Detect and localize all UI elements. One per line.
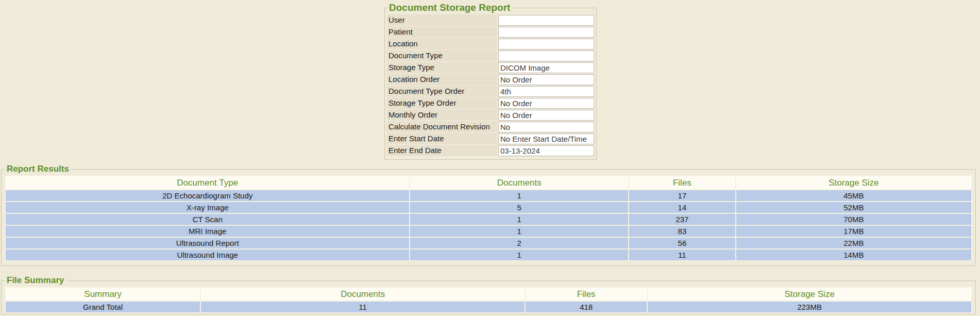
form-row: Storage Type DICOM Image: [387, 62, 594, 74]
form-row: Patient: [387, 26, 594, 38]
table-row-cell: 1: [410, 214, 628, 225]
report-results-table: Document Type Documents Files Storage Si…: [5, 175, 972, 261]
enter-end-date-field[interactable]: 03-13-2024: [498, 145, 594, 156]
enter-end-date-label: Enter End Date: [387, 145, 497, 157]
column-header-files: Files: [629, 176, 735, 189]
table-row-cell: 17: [629, 190, 735, 201]
grand-total-cell: 223MB: [648, 302, 971, 312]
column-header-storage-size: Storage Size: [648, 288, 971, 301]
column-header-storage-size: Storage Size: [736, 176, 971, 189]
monthly-order-label: Monthly Order: [387, 109, 497, 121]
column-header-document-type: Document Type: [6, 176, 409, 189]
grand-total-cell: 418: [526, 302, 647, 312]
table-row-cell: 17MB: [736, 226, 971, 237]
table-row-cell: 1: [410, 190, 628, 201]
user-label: User: [387, 14, 497, 26]
table-row-cell: 22MB: [736, 238, 971, 248]
calculate-document-revision-field[interactable]: No: [498, 122, 594, 132]
storage-type-field[interactable]: DICOM Image: [498, 62, 594, 73]
table-row-cell: X-ray Image: [6, 202, 409, 213]
user-field[interactable]: [498, 15, 594, 26]
table-row-cell: 1: [410, 250, 628, 260]
document-storage-report-panel: Document Storage Report User Patient Loc…: [384, 2, 597, 160]
file-summary-title: File Summary: [6, 275, 66, 286]
table-row-cell: MRI Image: [6, 226, 409, 237]
report-results-panel: Report Results Document Type Documents F…: [1, 164, 976, 266]
table-row-cell: 14: [629, 202, 735, 213]
form-row: Enter Start Date No Enter Start Date/Tim…: [387, 133, 594, 145]
form-row: Storage Type Order No Order: [387, 97, 594, 109]
form-row: Enter End Date 03-13-2024: [387, 145, 594, 157]
document-type-order-label: Document Type Order: [387, 86, 497, 97]
storage-type-order-label: Storage Type Order: [387, 97, 497, 109]
table-row-cell: 52MB: [736, 202, 971, 213]
column-header-files: Files: [526, 288, 647, 301]
document-type-label: Document Type: [387, 50, 497, 62]
table-row-cell: 83: [629, 226, 735, 237]
patient-label: Patient: [387, 26, 497, 38]
enter-start-date-field[interactable]: No Enter Start Date/Time: [498, 134, 594, 144]
table-row-cell: 56: [629, 238, 735, 248]
form-row: Calculate Document Revision No: [387, 121, 594, 133]
table-row-cell: 45MB: [736, 190, 971, 201]
patient-field[interactable]: [498, 27, 594, 38]
form-row: Location Order No Order: [387, 74, 594, 86]
file-summary-table: Summary Documents Files Storage Size Gra…: [5, 287, 972, 313]
column-header-documents: Documents: [201, 288, 525, 301]
form-row: Document Type Order 4th: [387, 86, 594, 97]
column-header-summary: Summary: [6, 288, 200, 301]
file-summary-panel: File Summary Summary Documents Files Sto…: [1, 275, 976, 314]
table-row-cell: 70MB: [736, 214, 971, 225]
enter-start-date-label: Enter Start Date: [387, 133, 497, 145]
table-row-cell: 2D Echocardiogram Study: [6, 190, 409, 201]
grand-total-cell: Grand Total: [6, 302, 200, 312]
table-row-cell: 5: [410, 202, 628, 213]
panel-title: Document Storage Report: [388, 2, 512, 13]
table-row-cell: 14MB: [736, 250, 971, 260]
location-order-field[interactable]: No Order: [498, 74, 594, 85]
table-row-cell: 1: [410, 226, 628, 237]
table-row-cell: 2: [410, 238, 628, 248]
monthly-order-field[interactable]: No Order: [498, 110, 594, 121]
form-row: User: [387, 14, 594, 26]
document-type-order-field[interactable]: 4th: [498, 86, 594, 97]
table-row-cell: CT Scan: [6, 214, 409, 225]
table-row-cell: 11: [629, 250, 735, 260]
calculate-document-revision-label: Calculate Document Revision: [387, 121, 497, 133]
table-row-cell: 237: [629, 214, 735, 225]
column-header-documents: Documents: [410, 176, 628, 189]
report-results-title: Report Results: [6, 164, 71, 174]
document-type-field[interactable]: [498, 51, 594, 61]
storage-type-label: Storage Type: [387, 62, 497, 74]
grand-total-cell: 11: [201, 302, 525, 312]
form-row: Document Type: [387, 50, 594, 62]
location-field[interactable]: [498, 39, 594, 49]
table-row-cell: Ultrasound Report: [6, 238, 409, 248]
form-row: Monthly Order No Order: [387, 109, 594, 121]
location-order-label: Location Order: [387, 74, 497, 86]
form-row: Location: [387, 38, 594, 50]
location-label: Location: [387, 38, 497, 50]
table-row-cell: Ultrasound Image: [6, 250, 409, 260]
storage-type-order-field[interactable]: No Order: [498, 98, 594, 109]
